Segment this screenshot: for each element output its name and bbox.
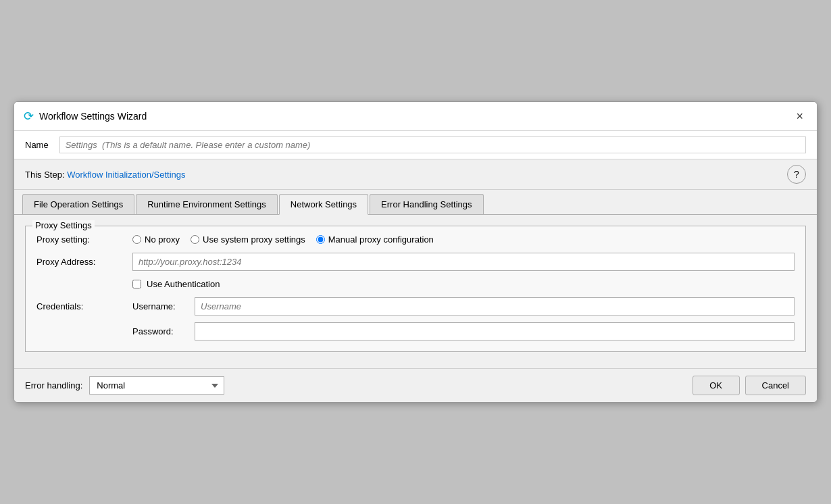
proxy-address-input[interactable]	[132, 253, 795, 271]
tab-content-network: Proxy Settings Proxy setting: No proxy U…	[14, 215, 817, 368]
help-button[interactable]: ?	[787, 165, 806, 184]
password-label: Password:	[132, 326, 186, 336]
username-input[interactable]	[195, 297, 795, 316]
password-row: Password:	[132, 322, 795, 341]
use-authentication-label: Use Authentication	[147, 279, 220, 289]
credentials-label: Credentials:	[36, 297, 124, 311]
radio-no-proxy-label: No proxy	[145, 234, 180, 245]
close-button[interactable]: ×	[792, 109, 807, 124]
ok-button[interactable]: OK	[692, 376, 740, 395]
title-bar-left: ⟳ Workflow Settings Wizard	[24, 109, 147, 124]
name-input[interactable]	[59, 136, 806, 153]
step-row: This Step: Workflow Initialization/Setti…	[14, 159, 817, 190]
username-row: Username:	[132, 297, 795, 316]
group-title: Proxy Settings	[32, 220, 95, 230]
radio-manual-proxy-input[interactable]	[316, 235, 325, 244]
credentials-fields: Username: Password:	[132, 297, 795, 341]
proxy-setting-label: Proxy setting:	[36, 234, 124, 245]
use-authentication-checkbox[interactable]	[132, 280, 141, 288]
radio-no-proxy[interactable]: No proxy	[132, 234, 180, 245]
username-label: Username:	[132, 301, 186, 311]
footer: Error handling: Normal Strict Ignore OK …	[14, 368, 817, 402]
tab-error-handling[interactable]: Error Handling Settings	[370, 194, 483, 214]
app-icon: ⟳	[24, 109, 34, 124]
use-authentication-row[interactable]: Use Authentication	[132, 279, 795, 289]
footer-left: Error handling: Normal Strict Ignore	[25, 376, 224, 395]
radio-manual-proxy[interactable]: Manual proxy configuration	[316, 234, 434, 245]
name-row: Name	[14, 131, 817, 159]
proxy-radio-group: No proxy Use system proxy settings Manua…	[132, 234, 434, 245]
cancel-button[interactable]: Cancel	[745, 376, 806, 395]
tab-network-settings[interactable]: Network Settings	[279, 194, 368, 215]
proxy-settings-group: Proxy Settings Proxy setting: No proxy U…	[25, 226, 806, 352]
error-handling-dropdown[interactable]: Normal Strict Ignore	[89, 376, 224, 395]
radio-system-proxy-label: Use system proxy settings	[203, 234, 305, 245]
workflow-settings-dialog: ⟳ Workflow Settings Wizard × Name This S…	[14, 101, 817, 403]
radio-system-proxy-input[interactable]	[191, 235, 199, 244]
proxy-address-row: Proxy Address:	[36, 253, 795, 271]
dialog-title: Workflow Settings Wizard	[39, 111, 147, 122]
radio-system-proxy[interactable]: Use system proxy settings	[191, 234, 305, 245]
password-input[interactable]	[195, 322, 795, 341]
step-label: This Step:	[25, 170, 65, 180]
error-handling-label: Error handling:	[25, 380, 82, 390]
proxy-setting-row: Proxy setting: No proxy Use system proxy…	[36, 234, 795, 245]
tabs-container: File Operation Settings Runtime Environm…	[14, 191, 817, 215]
title-bar: ⟳ Workflow Settings Wizard ×	[14, 102, 817, 131]
radio-manual-proxy-label: Manual proxy configuration	[328, 234, 434, 245]
proxy-address-label: Proxy Address:	[36, 257, 124, 267]
footer-buttons: OK Cancel	[692, 376, 806, 395]
tab-runtime-environment[interactable]: Runtime Environment Settings	[136, 194, 278, 214]
step-info: This Step: Workflow Initialization/Setti…	[25, 170, 186, 180]
credentials-section: Credentials: Username: Password:	[36, 297, 795, 341]
name-label: Name	[25, 140, 49, 150]
tab-file-operation[interactable]: File Operation Settings	[22, 194, 134, 214]
step-link[interactable]: Workflow Initialization/Settings	[67, 170, 185, 180]
radio-no-proxy-input[interactable]	[132, 235, 141, 244]
